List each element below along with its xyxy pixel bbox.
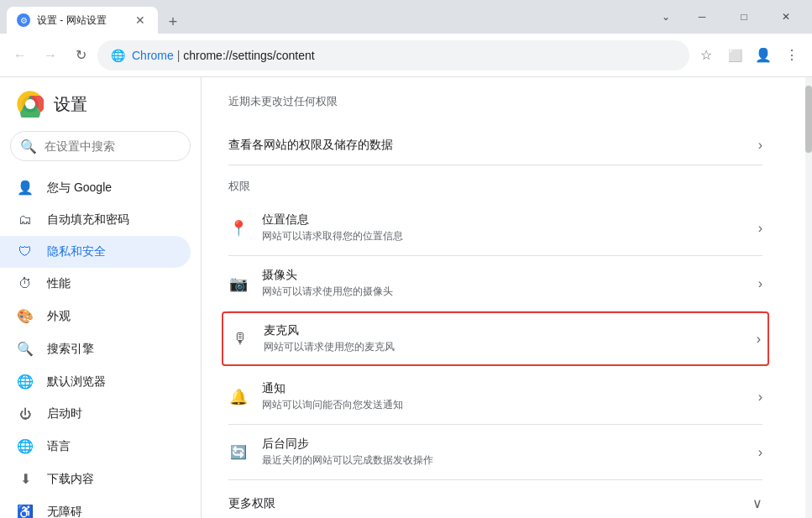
app-layout: 设置 🔍 👤 您与 Google 🗂 自动填充和密码 🛡 隐私和安全 ⏱ 性能	[0, 77, 812, 518]
startup-icon: ⏻	[17, 407, 34, 421]
sidebar-item-language[interactable]: 🌐 语言	[0, 430, 191, 463]
permission-desc-background-sync: 最近关闭的网站可以完成数据发收操作	[262, 453, 745, 468]
downloads-icon: ⬇	[17, 471, 34, 487]
sidebar-label-appearance: 外观	[47, 309, 71, 324]
browser-titlebar: ⚙ 设置 - 网站设置 ✕ + ⌄ ─ □ ✕	[0, 0, 812, 34]
tab-title: 设置 - 网站设置	[37, 13, 107, 28]
sidebar-item-autofill[interactable]: 🗂 自动填充和密码	[0, 204, 191, 236]
appearance-icon: 🎨	[17, 308, 34, 324]
sidebar-label-google: 您与 Google	[47, 181, 112, 196]
permission-title-background-sync: 后台同步	[262, 437, 745, 452]
chevron-right-camera: ›	[758, 276, 762, 291]
chrome-logo	[17, 91, 44, 118]
sidebar-item-appearance[interactable]: 🎨 外观	[0, 300, 191, 332]
bookmark-button[interactable]: ☆	[693, 42, 720, 69]
sidebar-item-search[interactable]: 🔍 搜索引擎	[0, 332, 191, 365]
scrollbar-thumb[interactable]	[805, 86, 812, 153]
permission-item-camera[interactable]: 📷 摄像头 网站可以请求使用您的摄像头 ›	[228, 256, 762, 311]
recent-section: 近期未更改过任何权限	[228, 91, 762, 112]
permission-desc-notifications: 网站可以询问能否向您发送通知	[262, 398, 745, 412]
permission-item-location[interactable]: 📍 位置信息 网站可以请求取得您的位置信息 ›	[228, 201, 762, 256]
permission-desc-location: 网站可以请求取得您的位置信息	[262, 229, 745, 243]
person-icon: 👤	[17, 180, 34, 196]
sidebar-item-downloads[interactable]: ⬇ 下载内容	[0, 463, 191, 495]
main-content: 近期未更改过任何权限 查看各网站的权限及储存的数据 › 权限 📍 位置信息 网站…	[202, 77, 812, 518]
background-sync-icon: 🔄	[228, 444, 249, 460]
menu-button[interactable]: ⋮	[778, 42, 805, 69]
sidebar-item-performance[interactable]: ⏱ 性能	[0, 268, 191, 300]
sidebar-nav: 👤 您与 Google 🗂 自动填充和密码 🛡 隐私和安全 ⏱ 性能 🎨 外观 …	[0, 171, 201, 518]
cast-button[interactable]: ⬜	[721, 42, 748, 69]
sidebar-item-google[interactable]: 👤 您与 Google	[0, 171, 191, 204]
permission-item-background-sync[interactable]: 🔄 后台同步 最近关闭的网站可以完成数据发收操作 ›	[228, 425, 762, 480]
permission-title-microphone: 麦克风	[264, 323, 743, 338]
toolbar-actions: ☆ ⬜ 👤 ⋮	[693, 42, 805, 69]
url-text: Chrome | chrome://settings/content	[132, 49, 315, 62]
search-input[interactable]	[10, 131, 191, 161]
permission-text-background-sync: 后台同步 最近关闭的网站可以完成数据发收操作	[262, 437, 745, 468]
back-button[interactable]: ←	[7, 42, 34, 69]
browser-toolbar: ← → ↻ 🌐 Chrome | chrome://settings/conte…	[0, 34, 812, 77]
permission-title-notifications: 通知	[262, 381, 745, 396]
permissions-section-title: 权限	[228, 179, 762, 194]
sidebar-label-search: 搜索引擎	[47, 342, 94, 357]
content-inner: 近期未更改过任何权限 查看各网站的权限及储存的数据 › 权限 📍 位置信息 网站…	[202, 77, 789, 518]
tab-favicon: ⚙	[17, 13, 30, 27]
svg-point-2	[25, 99, 35, 109]
sidebar-label-downloads: 下载内容	[47, 472, 94, 487]
sidebar-label-language: 语言	[47, 439, 71, 454]
chevron-right-background-sync: ›	[758, 445, 762, 460]
sidebar-label-autofill: 自动填充和密码	[47, 212, 129, 228]
location-icon: 📍	[228, 219, 249, 238]
permission-text-microphone: 麦克风 网站可以请求使用您的麦克风	[264, 323, 743, 354]
notifications-icon: 🔔	[228, 388, 249, 406]
sidebar-label-browser: 默认浏览器	[47, 374, 106, 390]
permission-title-camera: 摄像头	[262, 268, 745, 283]
camera-icon: 📷	[228, 275, 249, 293]
language-icon: 🌐	[17, 438, 34, 454]
recent-text: 近期未更改过任何权限	[228, 95, 338, 107]
sidebar-label-performance: 性能	[47, 276, 71, 291]
sidebar-title: 设置	[54, 93, 87, 116]
shield-icon: 🛡	[17, 244, 34, 259]
site-info-icon[interactable]: 🌐	[111, 49, 125, 62]
browser-icon: 🌐	[17, 374, 34, 390]
address-bar[interactable]: 🌐 Chrome | chrome://settings/content	[97, 40, 689, 71]
performance-icon: ⏱	[17, 276, 34, 291]
profile-button[interactable]: 👤	[750, 42, 777, 69]
search-engine-icon: 🔍	[17, 341, 34, 357]
permission-text-camera: 摄像头 网站可以请求使用您的摄像头	[262, 268, 745, 299]
maximize-button[interactable]: □	[725, 3, 763, 30]
sidebar-item-accessibility[interactable]: ♿ 无障碍	[0, 495, 191, 518]
minimize-button[interactable]: ─	[683, 3, 721, 30]
search-box: 🔍	[10, 131, 191, 161]
accessibility-icon: ♿	[17, 504, 34, 518]
url-chrome: Chrome	[132, 49, 174, 62]
new-tab-button[interactable]: +	[161, 10, 185, 34]
permission-text-notifications: 通知 网站可以询问能否向您发送通知	[262, 381, 745, 412]
chevron-right-location: ›	[758, 221, 762, 236]
more-permissions-link[interactable]: 更多权限 ∨	[228, 484, 762, 518]
permission-item-notifications[interactable]: 🔔 通知 网站可以询问能否向您发送通知 ›	[228, 369, 762, 425]
forward-button[interactable]: →	[37, 42, 64, 69]
sidebar-item-privacy[interactable]: 🛡 隐私和安全	[0, 236, 191, 268]
chevron-down-icon: ∨	[752, 495, 762, 511]
url-path: chrome://settings/content	[183, 49, 314, 62]
tab-bar: ⚙ 设置 - 网站设置 ✕ +	[7, 0, 649, 34]
close-window-button[interactable]: ✕	[767, 3, 805, 30]
permission-text-location: 位置信息 网站可以请求取得您的位置信息	[262, 212, 745, 243]
refresh-button[interactable]: ↻	[67, 42, 94, 69]
view-all-permissions-link[interactable]: 查看各网站的权限及储存的数据 ›	[228, 126, 762, 165]
window-controls: ⌄ ─ □ ✕	[652, 3, 805, 30]
tab-close-button[interactable]: ✕	[133, 13, 148, 28]
scrollbar[interactable]	[805, 77, 812, 518]
chevron-right-notifications: ›	[758, 390, 762, 405]
tab-strip-chevron[interactable]: ⌄	[652, 3, 679, 30]
permission-item-microphone[interactable]: 🎙 麦克风 网站可以请求使用您的麦克风 ›	[222, 311, 769, 366]
sidebar-item-default-browser[interactable]: 🌐 默认浏览器	[0, 365, 191, 398]
autofill-icon: 🗂	[17, 212, 34, 228]
sidebar-item-startup[interactable]: ⏻ 启动时	[0, 398, 191, 430]
sidebar: 设置 🔍 👤 您与 Google 🗂 自动填充和密码 🛡 隐私和安全 ⏱ 性能	[0, 77, 202, 518]
chevron-right-microphone: ›	[757, 332, 761, 347]
active-tab[interactable]: ⚙ 设置 - 网站设置 ✕	[7, 7, 158, 34]
